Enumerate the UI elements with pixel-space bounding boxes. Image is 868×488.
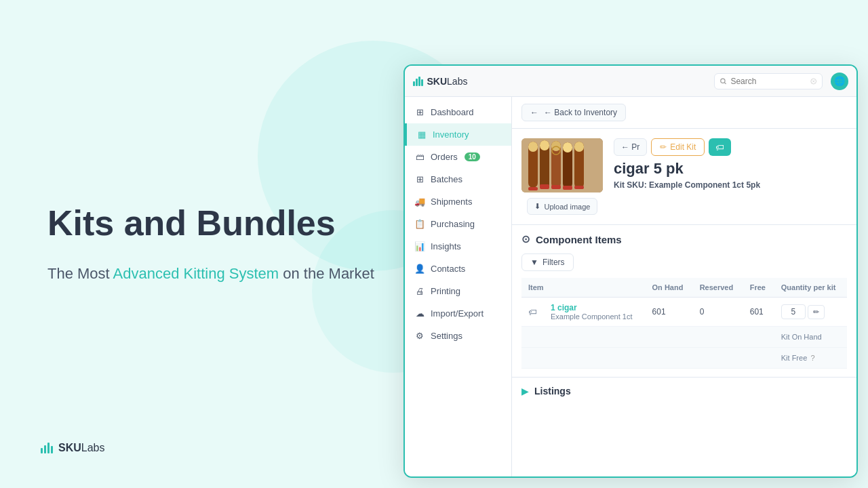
back-to-inventory-button[interactable]: ← ← Back to Inventory — [521, 104, 626, 121]
component-icon: ⊙ — [521, 233, 530, 245]
product-actions: ← Pr ✏ Edit Kit 🏷 — [614, 138, 847, 156]
tag-button[interactable]: 🏷 — [709, 138, 731, 156]
sidebar-item-inventory[interactable]: ▦ Inventory — [405, 123, 511, 146]
item-tag-icon: 🏷 — [528, 307, 537, 317]
on-hand-cell: 601 — [646, 298, 693, 327]
svg-rect-8 — [528, 187, 538, 190]
sidebar-item-import-export[interactable]: ☁ Import/Export — [405, 302, 511, 325]
sidebar-item-label: Printing — [431, 286, 460, 296]
item-sub: Example Component 1ct — [551, 312, 639, 321]
sidebar-item-contacts[interactable]: 👤 Contacts — [405, 258, 511, 280]
inventory-icon: ▦ — [416, 129, 427, 140]
search-clear-icon — [810, 77, 816, 85]
sidebar-item-batches[interactable]: ⊞ Batches — [405, 168, 511, 190]
tag-cell: 🏷 — [521, 298, 544, 327]
kit-free-row: Kit Free ? — [521, 348, 847, 369]
sidebar-item-printing[interactable]: 🖨 Printing — [405, 280, 511, 302]
settings-icon: ⚙ — [414, 331, 425, 341]
upload-icon: ⬇ — [534, 202, 540, 211]
main-layout: ⊞ Dashboard ▦ Inventory 🗃 Orders 10 ⊞ Ba… — [405, 97, 856, 476]
edit-row-button[interactable]: ✏ — [808, 305, 825, 319]
contacts-icon: 👤 — [414, 264, 425, 274]
sidebar-item-label: Insights — [431, 241, 461, 251]
filter-icon: ▼ — [530, 258, 538, 267]
product-info: ← Pr ✏ Edit Kit 🏷 cigar 5 pk Kit SKU: Ex… — [614, 138, 847, 190]
prev-button[interactable]: ← Pr — [614, 138, 647, 156]
skulabs-logo-bottom: SKULabs — [41, 442, 104, 454]
import-export-icon: ☁ — [414, 308, 425, 319]
sidebar-item-label: Dashboard — [431, 107, 474, 117]
topbar-search-box[interactable] — [714, 73, 823, 89]
col-qty-per-kit: Quantity per kit — [774, 278, 847, 298]
sidebar-item-orders[interactable]: 🗃 Orders 10 — [405, 146, 511, 168]
table-row: 🏷 1 cigar Example Component 1ct 601 0 60… — [521, 298, 847, 327]
filters-button[interactable]: ▼ Filters — [521, 253, 574, 271]
search-icon — [720, 77, 726, 85]
kit-free-help-icon: ? — [811, 354, 815, 362]
col-on-hand: On Hand — [646, 278, 693, 298]
sidebar-item-purchasing[interactable]: 📋 Purchasing — [405, 213, 511, 235]
svg-rect-18 — [563, 186, 572, 190]
sidebar-item-insights[interactable]: 📊 Insights — [405, 235, 511, 258]
item-link[interactable]: 1 cigar — [551, 303, 577, 312]
product-sku: Kit SKU: Example Component 1ct 5pk — [614, 180, 847, 190]
sidebar: ⊞ Dashboard ▦ Inventory 🗃 Orders 10 ⊞ Ba… — [405, 97, 512, 476]
left-panel: Kits and Bundles The Most Advanced Kitti… — [41, 0, 407, 488]
sidebar-item-shipments[interactable]: 🚚 Shipments — [405, 190, 511, 213]
qty-cell: ✏ — [774, 298, 847, 327]
app-window: SKULabs 🌐 ⊞ Dashboard — [403, 64, 858, 478]
orders-badge: 10 — [465, 152, 480, 161]
reserved-cell: 0 — [693, 298, 743, 327]
free-cell: 601 — [743, 298, 774, 327]
edit-icon: ✏ — [660, 142, 667, 152]
subtitle-prefix: The Most — [47, 265, 113, 282]
search-input[interactable] — [730, 77, 806, 86]
back-arrow-icon: ← — [530, 108, 538, 117]
product-image — [521, 138, 603, 192]
svg-rect-17 — [563, 142, 572, 152]
svg-rect-15 — [551, 185, 561, 189]
listings-arrow-icon: ▶ — [521, 386, 529, 396]
orders-icon: 🗃 — [414, 152, 425, 162]
svg-rect-7 — [528, 142, 538, 152]
topbar-logo: SKULabs — [413, 76, 467, 87]
batches-icon: ⊞ — [414, 174, 425, 184]
printing-icon: 🖨 — [414, 286, 425, 296]
svg-rect-10 — [540, 140, 549, 150]
sidebar-item-label: Shipments — [431, 197, 472, 207]
product-image-area: ⬇ Upload image — [521, 138, 603, 215]
sidebar-item-settings[interactable]: ⚙ Settings — [405, 325, 511, 347]
summary-row: Kit On Hand — [521, 327, 847, 348]
back-bar: ← ← Back to Inventory — [512, 97, 856, 129]
logo-bars-icon — [41, 443, 53, 453]
skulabs-brand-text: SKULabs — [58, 442, 104, 454]
upload-image-button[interactable]: ⬇ Upload image — [527, 198, 598, 215]
svg-rect-21 — [574, 186, 584, 189]
kit-on-hand-cell: Kit On Hand — [774, 327, 847, 348]
subtitle-suffix: on the Market — [279, 265, 374, 282]
sidebar-item-label: Orders — [431, 152, 458, 162]
sidebar-item-label: Inventory — [433, 129, 469, 140]
listings-row[interactable]: ▶ Listings — [512, 377, 856, 405]
product-header: ⬇ Upload image ← Pr ✏ Edit Kit 🏷 — [512, 129, 856, 225]
section-title: ⊙ Component Items — [521, 233, 847, 245]
svg-point-0 — [721, 79, 725, 83]
col-reserved: Reserved — [693, 278, 743, 298]
subtitle-accent: Advanced Kitting System — [113, 265, 279, 282]
sidebar-item-label: Settings — [431, 331, 462, 341]
purchasing-icon: 📋 — [414, 219, 425, 229]
svg-rect-11 — [540, 184, 549, 189]
sidebar-item-dashboard[interactable]: ⊞ Dashboard — [405, 101, 511, 123]
sidebar-item-label: Batches — [431, 174, 462, 184]
topbar-logo-bars — [413, 77, 423, 86]
item-cell: 1 cigar Example Component 1ct — [544, 298, 646, 327]
insights-icon: 📊 — [414, 241, 425, 251]
shipments-icon: 🚚 — [414, 197, 425, 207]
topbar: SKULabs 🌐 — [405, 66, 856, 97]
component-table: Item On Hand Reserved Free Quantity per … — [521, 278, 847, 369]
sidebar-item-label: Contacts — [431, 264, 465, 274]
qty-input[interactable] — [781, 304, 806, 319]
edit-kit-button[interactable]: ✏ Edit Kit — [651, 138, 705, 156]
globe-icon[interactable]: 🌐 — [831, 73, 848, 90]
col-free: Free — [743, 278, 774, 298]
